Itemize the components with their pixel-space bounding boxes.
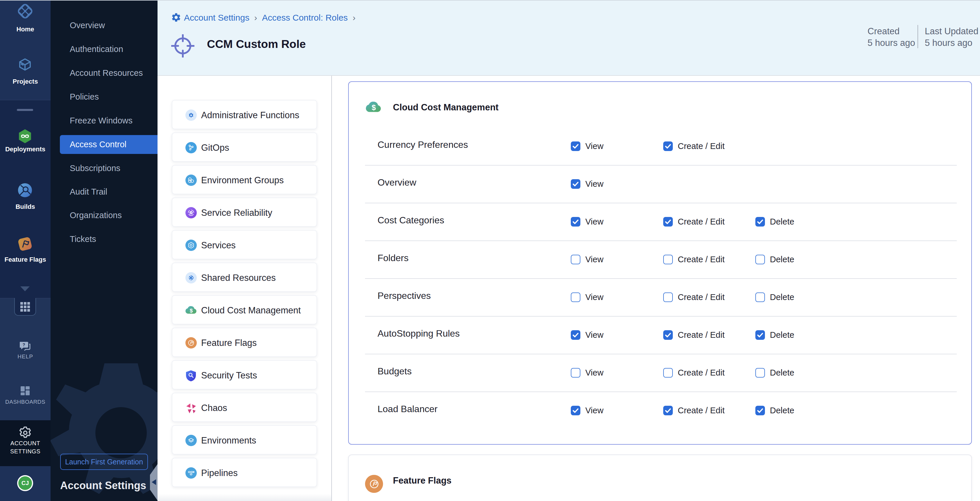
svg-text:?: ? bbox=[22, 342, 25, 347]
svg-text:$: $ bbox=[190, 308, 193, 314]
svg-text:$: $ bbox=[372, 103, 376, 112]
